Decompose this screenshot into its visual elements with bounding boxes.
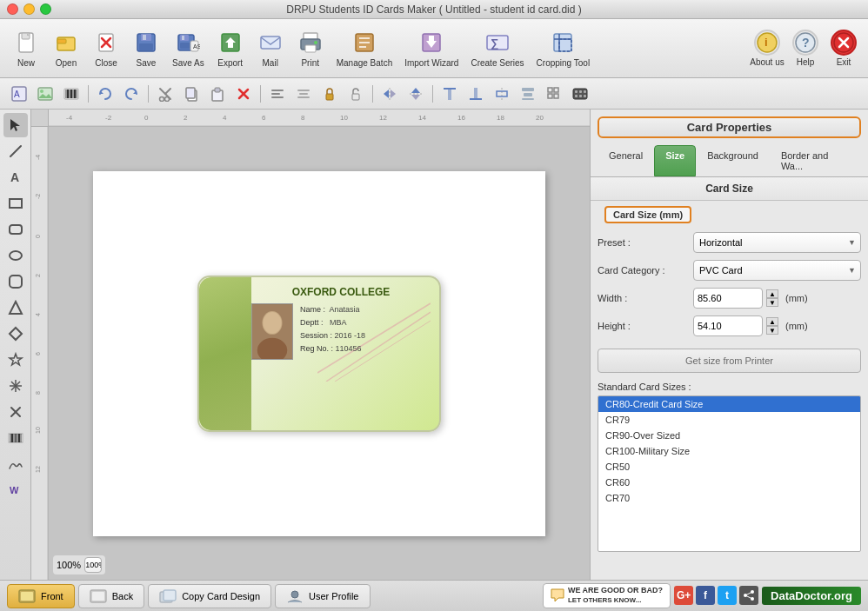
star-tool[interactable] [3,348,28,372]
preset-select-wrapper[interactable]: Horizontal Vertical Custom [693,232,861,253]
card-category-select[interactable]: PVC Card CR80 Custom [693,260,861,281]
id-card[interactable]: OXFORD COLLEGE N [197,276,441,432]
create-series-button[interactable]: ∑ Create Series [465,25,529,71]
width-decrement[interactable]: ▼ [766,298,778,307]
get-size-from-printer-button[interactable]: Get size from Printer [598,349,861,373]
line-tool[interactable] [3,139,28,163]
svg-marker-110 [10,328,22,340]
create-series-icon: ∑ [484,29,511,56]
tab-size[interactable]: Size [654,145,696,176]
size-item-cr80[interactable]: CR80-Credit Card Size [598,396,860,412]
cut-button[interactable] [153,82,177,106]
zoom-select[interactable]: 100%75%50%150% [84,557,102,573]
film-button[interactable] [568,82,592,106]
close-button[interactable]: Close [87,25,125,71]
front-button[interactable]: Front [7,584,75,608]
signature-tool[interactable] [3,452,28,476]
sizes-list[interactable]: CR80-Credit Card Size CR79 CR90-Over Siz… [598,395,861,552]
rectangle-tool[interactable] [3,191,28,216]
barcode-button[interactable] [59,82,83,106]
tab-background[interactable]: Background [696,145,770,176]
import-wizard-button[interactable]: Import Wizard [399,25,464,71]
copy-button[interactable] [179,82,204,106]
exit-button[interactable]: Exit [826,27,861,70]
width-input[interactable] [693,288,763,309]
height-input[interactable] [693,315,763,336]
canvas-content[interactable]: OXFORD COLLEGE N [49,127,590,580]
close-window-button[interactable] [7,3,18,15]
undo-button[interactable] [93,82,117,106]
lock-button[interactable] [317,82,342,106]
distribute-button[interactable] [516,82,540,106]
height-spinner[interactable]: ▲ ▼ [766,317,778,335]
ellipse-tool[interactable] [3,243,28,268]
card-category-select-wrapper[interactable]: PVC Card CR80 Custom [693,260,861,281]
width-spinner[interactable]: ▲ ▼ [766,289,778,307]
twitter-icon[interactable]: t [718,586,737,605]
back-button[interactable]: Back [78,584,144,608]
redo-button[interactable] [119,82,144,106]
size-item-cr100[interactable]: CR100-Military Size [598,443,860,459]
manage-batch-button[interactable]: Manage Batch [331,25,398,71]
height-decrement[interactable]: ▼ [766,326,778,335]
size-item-cr90[interactable]: CR90-Over Sized [598,428,860,443]
snowflake-tool[interactable] [3,374,28,398]
size-item-cr70[interactable]: CR70 [598,490,860,506]
right-panel: Card Properties General Size Background … [590,110,868,580]
triangle-tool[interactable] [3,296,28,320]
cropping-tool-label: Cropping Tool [537,58,591,68]
paste-button[interactable] [205,82,230,106]
user-profile-button[interactable]: User Profile [275,584,370,608]
align-center-button[interactable] [291,82,316,106]
size-item-cr79[interactable]: CR79 [598,412,860,428]
about-us-button[interactable]: i About us [750,27,785,70]
export-button[interactable]: Export [211,25,250,71]
flip-v-button[interactable] [404,82,428,106]
mail-button[interactable]: Mail [251,25,290,71]
minimize-window-button[interactable] [23,3,35,15]
image-button[interactable] [33,82,57,106]
cross-tool[interactable] [3,400,28,424]
text-tool[interactable]: A [3,165,28,189]
new-button[interactable]: New [7,25,45,71]
select-tool[interactable] [3,113,28,137]
open-button[interactable]: Open [47,25,85,71]
rounded-square-tool[interactable] [3,269,28,294]
word-art-tool[interactable]: W [3,478,28,502]
user-profile-icon [286,589,304,603]
maximize-window-button[interactable] [40,3,51,15]
center-v-button[interactable] [490,82,514,106]
tab-border[interactable]: Border and Wa... [770,145,861,176]
preset-select[interactable]: Horizontal Vertical Custom [693,232,861,253]
white-canvas[interactable]: OXFORD COLLEGE N [93,171,545,536]
width-increment[interactable]: ▲ [766,289,778,298]
window-controls[interactable] [7,3,51,15]
google-plus-icon[interactable]: G+ [674,586,693,605]
diamond-tool[interactable] [3,322,28,346]
align-top-button[interactable] [437,82,462,106]
print-button[interactable]: Print [291,25,330,71]
tab-general[interactable]: General [598,145,654,176]
text-edit-button[interactable]: A [7,82,31,106]
saveas-button[interactable]: AS Save As [167,25,210,71]
size-item-cr60[interactable]: CR60 [598,475,860,490]
height-increment[interactable]: ▲ [766,317,778,326]
copy-card-design-button[interactable]: Copy Card Design [148,584,271,608]
zoom-control[interactable]: 100% 100%75%50%150% [53,555,105,574]
unlock-button[interactable] [344,82,368,106]
delete-button[interactable] [231,82,256,106]
size-item-cr50[interactable]: CR50 [598,459,860,475]
cropping-tool-button[interactable]: Cropping Tool [531,25,596,71]
feedback-area[interactable]: WE ARE GOOD OR BAD? LET OTHERS KNOW... [543,583,671,608]
rounded-rect-tool[interactable] [3,217,28,242]
grid-button[interactable] [542,82,566,106]
flip-h-button[interactable] [377,82,402,106]
facebook-icon[interactable]: f [696,586,715,605]
share-icon[interactable] [739,586,758,605]
save-button[interactable]: Save [127,25,165,71]
help-button[interactable]: ? Help [788,27,823,70]
barcode-strip-tool[interactable] [3,426,28,450]
align-bottom-button[interactable] [464,82,488,106]
data-doctor-badge[interactable]: DataDoctor.org [762,587,861,605]
align-left-button[interactable] [265,82,290,106]
